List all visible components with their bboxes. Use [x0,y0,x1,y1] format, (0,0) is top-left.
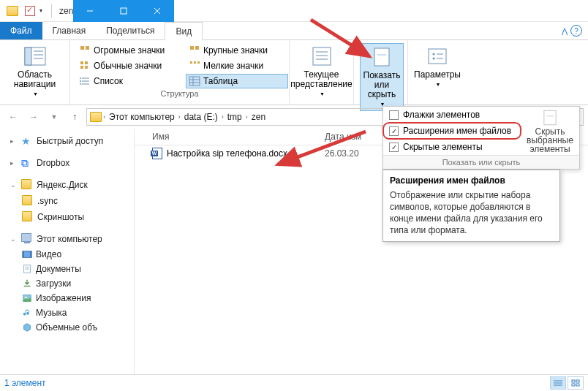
layout-table[interactable]: Таблица [186,74,288,88]
checkbox-checked-icon[interactable] [389,143,399,152]
svg-rect-57 [572,384,575,386]
svg-rect-26 [189,77,200,86]
crumb-zen[interactable]: zen [249,112,268,122]
svg-rect-16 [85,66,88,69]
recent-button[interactable]: ▼ [45,108,63,126]
options-button[interactable]: Параметры ▼ [414,43,461,91]
svg-rect-12 [195,46,199,50]
tab-home[interactable]: Главная [42,22,97,39]
layout-huge[interactable]: Огромные значки [76,43,178,58]
svg-point-38 [433,58,435,60]
hide-selected-icon [540,108,559,127]
minimize-button[interactable] [73,0,107,22]
svg-rect-9 [80,46,84,50]
svg-point-23 [80,77,81,79]
dd-item-extensions[interactable]: Расширения имен файлов [383,123,521,139]
icons-view-button[interactable] [568,376,584,390]
close-button[interactable] [140,0,174,22]
svg-point-25 [80,83,81,85]
nav-dropbox[interactable]: ▸⧉Dropbox [0,155,134,171]
video-icon [22,249,32,259]
pc-icon [21,233,33,245]
qat-folder-icon[interactable] [4,3,20,19]
details-view-button[interactable] [550,376,566,390]
nav-pane[interactable]: ▸★Быстрый доступ ▸⧉Dropbox ⌄Яндекс.Диск … [0,129,135,374]
svg-rect-56 [576,380,579,382]
svg-line-59 [311,20,369,56]
nav-3d[interactable]: Объемные объ [0,320,134,335]
downloads-icon [22,278,32,289]
tab-share[interactable]: Поделиться [96,22,165,39]
checkbox-icon[interactable] [389,110,399,120]
dd-item-hidden[interactable]: Скрытые элементы [383,139,521,155]
maximize-button[interactable] [107,0,140,22]
crumb-pc[interactable]: Этот компьютер [107,112,177,122]
folder-icon [22,211,34,223]
annotation-arrow [307,16,377,66]
show-hide-label: Показать или скрыть [363,71,401,99]
nav-docs[interactable]: Документы [0,262,134,276]
nav-sync[interactable]: .sync [0,193,134,209]
nav-downloads[interactable]: Загрузки [0,276,134,291]
dd-item-flags[interactable]: Флажки элементов [383,107,521,123]
tooltip-title: Расширения имен файлов [390,175,553,186]
nav-pane-label: Область навигации [10,70,59,89]
svg-rect-41 [23,251,31,258]
ribbon: Область навигации▼ Огромные значки Крупн… [0,40,588,105]
nav-video[interactable]: Видео [0,247,134,262]
up-button[interactable]: ↑ [66,108,83,126]
svg-rect-10 [86,46,89,50]
docx-icon [152,148,162,159]
svg-rect-51 [546,115,554,117]
qat-properties-icon[interactable] [22,3,38,19]
file-name: Настройка sip телефона.docx [167,148,287,159]
svg-rect-34 [374,48,389,66]
svg-rect-42 [23,251,24,258]
qat-dropdown[interactable]: ▾ [39,7,47,14]
nav-screenshots[interactable]: Скриншоты [0,209,134,225]
dropbox-icon: ⧉ [21,157,33,169]
svg-rect-55 [572,380,575,382]
star-icon: ★ [21,135,33,147]
status-bar: 1 элемент [0,374,588,391]
svg-rect-14 [85,61,88,64]
images-icon [22,293,32,303]
breadcrumb-folder-icon [90,112,102,122]
nav-images[interactable]: Изображения [0,291,134,305]
music-icon [22,308,32,318]
layout-large[interactable]: Крупные значки [186,43,288,58]
help-icon[interactable]: ? [570,25,582,37]
ribbon-tabs: Файл Главная Поделиться Вид ⋀ ? [0,22,588,40]
svg-rect-19 [197,61,200,64]
folder-icon [22,195,34,207]
svg-rect-17 [190,61,192,64]
layout-list[interactable]: Список [76,74,178,88]
annotation-arrow [271,128,373,174]
layout-normal[interactable]: Обычные значки [76,58,178,73]
nav-music[interactable]: Музыка [0,305,134,320]
nav-yandex[interactable]: ⌄Яндекс.Диск [0,177,134,193]
status-count: 1 элемент [4,378,46,388]
checkbox-checked-icon[interactable] [389,126,399,136]
window-title: zen [56,6,73,16]
nav-quick-access[interactable]: ▸★Быстрый доступ [0,133,134,149]
yandex-icon [21,179,33,191]
options-label: Параметры [414,70,461,80]
tooltip: Расширения имен файлов Отображение или с… [382,170,560,242]
dd-hide-selected[interactable]: Скрыть выбранные элементы [521,107,579,155]
nav-this-pc[interactable]: ⌄Этот компьютер [0,231,134,247]
tab-view[interactable]: Вид [165,22,203,40]
svg-point-24 [80,80,81,82]
tab-file[interactable]: Файл [0,22,42,39]
svg-rect-50 [544,110,556,125]
svg-line-60 [278,132,366,164]
nav-pane-button[interactable]: Область навигации▼ [6,43,64,100]
back-button[interactable]: ← [4,108,22,126]
titlebar: ▾ zen [0,0,588,22]
ribbon-collapse-icon[interactable]: ⋀ [562,27,568,35]
forward-button[interactable]: → [25,108,42,126]
layout-small[interactable]: Мелкие значки [186,58,288,73]
crumb-drive[interactable]: data (E:) [182,112,220,122]
svg-rect-58 [576,384,579,386]
crumb-tmp[interactable]: tmp [225,112,244,122]
